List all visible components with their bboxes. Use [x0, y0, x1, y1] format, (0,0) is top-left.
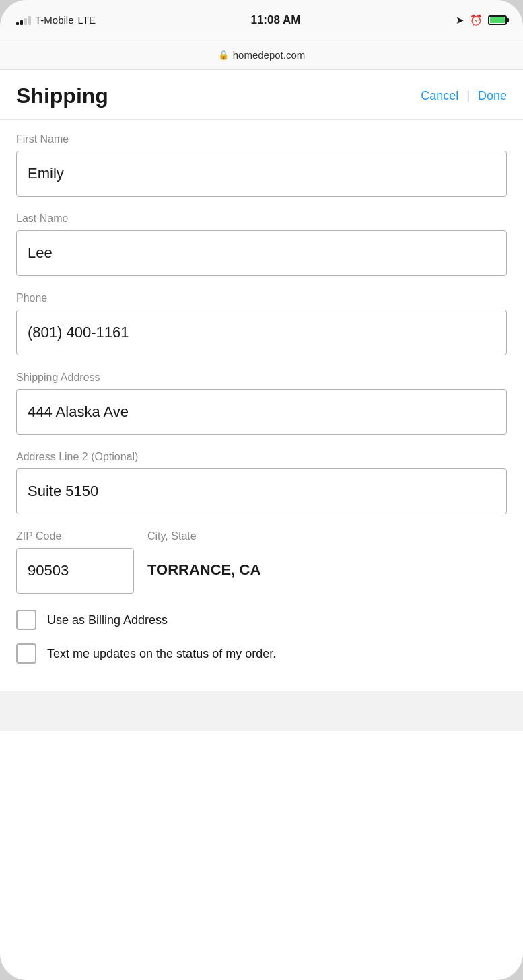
signal-bar-4 — [28, 16, 31, 25]
zip-input[interactable] — [16, 548, 134, 594]
city-state-label: City, State — [147, 530, 507, 542]
header-actions: Cancel | Done — [421, 86, 507, 106]
status-bar: T-Mobile LTE 11:08 AM ➤ ⏰ — [0, 0, 523, 40]
address-line2-group: Address Line 2 (Optional) — [16, 451, 507, 514]
first-name-group: First Name — [16, 133, 507, 197]
phone-group: Phone — [16, 292, 507, 355]
updates-checkbox[interactable] — [16, 643, 36, 664]
shipping-form: First Name Last Name Phone Shipping Addr… — [0, 120, 523, 691]
signal-bar-3 — [24, 18, 27, 25]
updates-checkbox-label: Text me updates on the status of my orde… — [47, 647, 276, 661]
last-name-input[interactable] — [16, 230, 507, 276]
city-state-group: City, State TORRANCE, CA — [147, 530, 507, 579]
shipping-address-input[interactable] — [16, 389, 507, 435]
billing-checkbox[interactable] — [16, 610, 36, 630]
url-bar[interactable]: 🔒 homedepot.com — [0, 40, 523, 70]
shipping-address-group: Shipping Address — [16, 372, 507, 435]
address-line2-label: Address Line 2 (Optional) — [16, 451, 507, 463]
header-divider: | — [466, 89, 470, 103]
last-name-group: Last Name — [16, 213, 507, 276]
zip-label: ZIP Code — [16, 530, 134, 542]
cancel-button[interactable]: Cancel — [421, 86, 458, 106]
zip-group: ZIP Code — [16, 530, 134, 594]
signal-bar-1 — [16, 22, 19, 25]
page-title: Shipping — [16, 83, 108, 108]
zip-city-row: ZIP Code City, State TORRANCE, CA — [16, 530, 507, 594]
first-name-label: First Name — [16, 133, 507, 145]
carrier-name: T-Mobile — [35, 14, 74, 26]
status-right: ➤ ⏰ — [456, 14, 507, 26]
network-type: LTE — [78, 14, 96, 26]
signal-bars-icon — [16, 15, 31, 25]
bottom-area — [0, 691, 523, 731]
location-icon: ➤ — [456, 14, 464, 26]
status-time: 11:08 AM — [250, 13, 300, 27]
url-text: homedepot.com — [233, 49, 306, 61]
lock-icon: 🔒 — [218, 50, 229, 60]
city-state-value: TORRANCE, CA — [147, 548, 507, 579]
battery-icon — [488, 15, 507, 25]
phone-label: Phone — [16, 292, 507, 304]
phone-input[interactable] — [16, 310, 507, 355]
battery-body — [488, 15, 507, 25]
last-name-label: Last Name — [16, 213, 507, 225]
phone-frame: T-Mobile LTE 11:08 AM ➤ ⏰ 🔒 homedepot.co… — [0, 0, 523, 980]
shipping-address-label: Shipping Address — [16, 372, 507, 384]
alarm-icon: ⏰ — [470, 14, 483, 26]
first-name-input[interactable] — [16, 151, 507, 197]
done-button[interactable]: Done — [478, 86, 507, 106]
battery-fill — [490, 18, 505, 23]
address-line2-input[interactable] — [16, 468, 507, 514]
signal-bar-2 — [20, 20, 23, 25]
updates-checkbox-group: Text me updates on the status of my orde… — [16, 643, 507, 664]
page-content: Shipping Cancel | Done First Name Last N… — [0, 70, 523, 980]
billing-checkbox-label: Use as Billing Address — [47, 613, 168, 627]
status-left: T-Mobile LTE — [16, 14, 96, 26]
billing-checkbox-group: Use as Billing Address — [16, 610, 507, 630]
page-header: Shipping Cancel | Done — [0, 70, 523, 120]
